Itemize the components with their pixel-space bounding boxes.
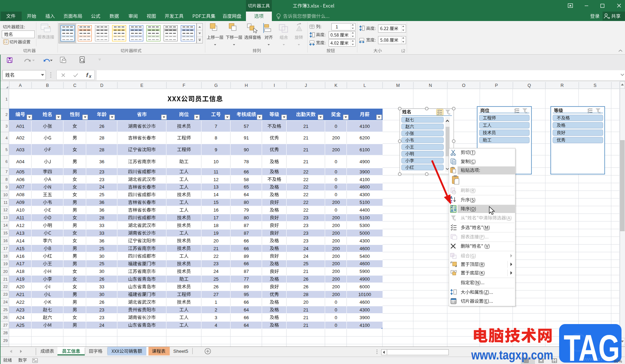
svg-text:10100: 10100 (358, 292, 371, 297)
svg-text:8: 8 (6, 177, 8, 181)
svg-text:33: 33 (99, 223, 104, 228)
svg-text:8: 8 (215, 135, 217, 140)
svg-text:28: 28 (99, 147, 104, 152)
svg-text:A24: A24 (16, 315, 24, 320)
svg-text:36: 36 (99, 159, 104, 164)
svg-text:23: 23 (303, 231, 309, 236)
svg-text:A05: A05 (16, 169, 24, 174)
svg-text:4100: 4100 (359, 177, 370, 182)
svg-text:Q: Q (528, 83, 531, 88)
svg-text:4400: 4400 (359, 207, 370, 213)
svg-text:22: 22 (303, 169, 309, 174)
svg-text:22: 22 (303, 207, 309, 213)
svg-text:23: 23 (3, 292, 8, 296)
svg-text:24: 24 (303, 246, 309, 251)
svg-text:0: 0 (335, 124, 337, 129)
svg-text:4100: 4100 (359, 124, 370, 129)
svg-text:16: 16 (213, 207, 219, 213)
svg-text:E: E (140, 83, 143, 88)
svg-text:66: 66 (244, 300, 249, 305)
svg-text:9: 9 (6, 185, 8, 189)
svg-text:21: 21 (303, 147, 309, 152)
svg-text:7: 7 (6, 170, 8, 174)
svg-text:4900: 4900 (359, 276, 370, 282)
svg-text:200: 200 (332, 292, 340, 297)
svg-text:65: 65 (244, 184, 249, 190)
svg-text:9: 9 (215, 147, 217, 152)
svg-text:5400: 5400 (359, 254, 370, 259)
svg-text:21: 21 (3, 277, 8, 281)
svg-text:21: 21 (303, 159, 309, 164)
svg-text:89: 89 (244, 254, 249, 259)
svg-text:6200: 6200 (359, 135, 370, 140)
svg-text:79: 79 (244, 207, 249, 213)
svg-text:200: 200 (332, 135, 340, 140)
svg-text:200: 200 (332, 284, 340, 289)
svg-text:80%: 80% (614, 359, 622, 363)
svg-text:6: 6 (6, 159, 8, 164)
svg-text:4600: 4600 (359, 261, 370, 266)
svg-text:A01: A01 (16, 124, 24, 129)
svg-text:25: 25 (99, 246, 104, 251)
svg-text:24: 24 (303, 254, 309, 259)
svg-text:A: A (451, 208, 453, 213)
svg-text:5100: 5100 (359, 215, 370, 220)
svg-text:78: 78 (244, 159, 249, 164)
svg-text:22: 22 (303, 200, 309, 205)
svg-text:A14: A14 (16, 238, 24, 243)
svg-text:S: S (593, 83, 596, 88)
svg-text:0: 0 (335, 207, 337, 213)
svg-text:A12: A12 (16, 223, 24, 228)
svg-text:10: 10 (213, 159, 219, 164)
svg-text:77: 77 (244, 276, 249, 282)
svg-text:28: 28 (99, 215, 104, 220)
svg-text:3: 3 (6, 124, 8, 128)
svg-text:5000: 5000 (359, 231, 370, 236)
svg-text:66: 66 (244, 315, 249, 320)
svg-text:21: 21 (213, 246, 219, 251)
svg-text:13: 13 (3, 215, 8, 220)
svg-text:33: 33 (99, 231, 104, 236)
svg-text:12: 12 (213, 177, 219, 182)
svg-text:23: 23 (213, 261, 219, 266)
svg-text:87: 87 (244, 223, 249, 228)
svg-text:A21: A21 (16, 292, 24, 297)
svg-text:26: 26 (99, 124, 104, 129)
svg-text:4: 4 (6, 136, 8, 140)
svg-text:26: 26 (99, 300, 104, 305)
svg-text:200: 200 (332, 200, 340, 205)
svg-text:0: 0 (335, 192, 337, 197)
svg-text:22: 22 (3, 284, 8, 289)
svg-text:28: 28 (303, 292, 309, 297)
svg-text:P: P (495, 83, 498, 88)
svg-text:4600: 4600 (359, 184, 370, 190)
svg-text:200: 200 (332, 223, 340, 228)
svg-text:57: 57 (244, 124, 249, 129)
svg-text:0: 0 (335, 177, 337, 182)
svg-text:0: 0 (335, 300, 337, 305)
svg-text:14: 14 (3, 223, 8, 227)
svg-text:200: 200 (332, 276, 340, 282)
svg-text:0: 0 (335, 169, 337, 174)
svg-text:26: 26 (99, 276, 104, 282)
svg-text:23: 23 (99, 315, 104, 320)
svg-text:A06: A06 (16, 177, 24, 182)
svg-text:A10: A10 (16, 207, 24, 213)
svg-text:A17: A17 (16, 261, 24, 266)
svg-text:I: I (274, 83, 275, 88)
svg-text:M: M (396, 83, 400, 88)
svg-text:18: 18 (213, 223, 219, 228)
svg-text:21: 21 (303, 124, 309, 129)
svg-text:33: 33 (99, 284, 104, 289)
svg-text:29: 29 (3, 338, 8, 343)
svg-text:23: 23 (99, 169, 104, 174)
svg-text:25: 25 (99, 261, 104, 266)
svg-text:18: 18 (3, 254, 8, 258)
svg-text:A: A (19, 83, 22, 88)
svg-text:200: 200 (332, 238, 340, 243)
svg-text:D: D (100, 83, 103, 88)
svg-text:A22: A22 (16, 300, 24, 305)
svg-text:J: J (305, 83, 307, 88)
svg-text:66: 66 (244, 261, 249, 266)
svg-text:20: 20 (303, 300, 309, 305)
